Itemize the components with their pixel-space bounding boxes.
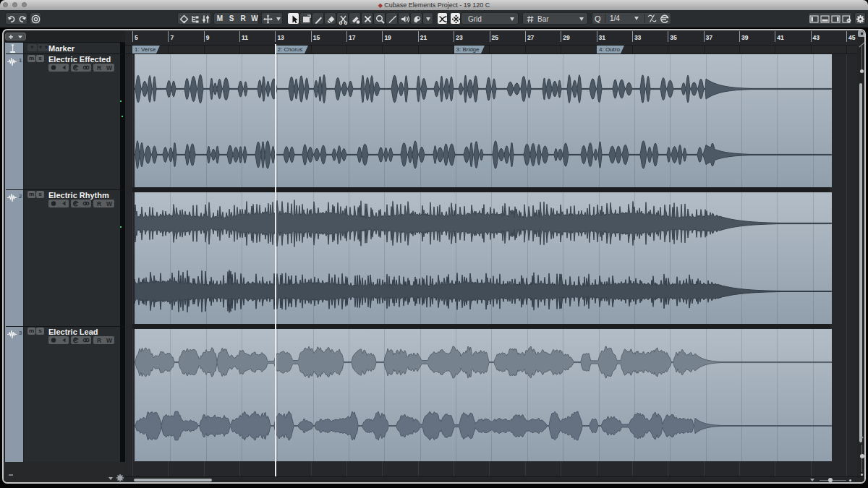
svg-text:R: R [96, 200, 101, 207]
svg-text:R: R [96, 64, 101, 72]
svg-text:W: W [106, 200, 112, 207]
svg-text:W: W [106, 337, 112, 344]
svg-text:W: W [106, 64, 112, 72]
svg-text:R: R [96, 337, 101, 344]
